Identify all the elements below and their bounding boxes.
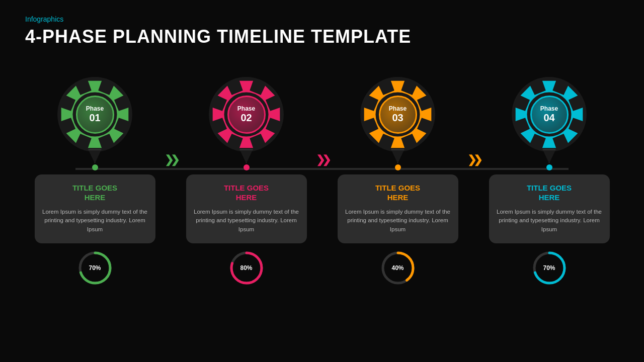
card-body-04: Lorem Ipsum is simply dummy text of the … [496, 208, 603, 234]
info-card-01: TITLE GOESHERELorem Ipsum is simply dumm… [35, 174, 155, 243]
phase-badge-01: Phase 01 [76, 96, 114, 134]
info-card-04: TITLE GOESHERELorem Ipsum is simply dumm… [489, 174, 610, 243]
phase-label: Phase [86, 105, 104, 112]
card-body-02: Lorem Ipsum is simply dummy text of the … [193, 208, 300, 234]
arrow-0: ❯❯ [165, 75, 177, 166]
card-body-01: Lorem Ipsum is simply dummy text of the … [42, 208, 148, 234]
card-title-04: TITLE GOESHERE [496, 184, 603, 203]
phase-label: Phase [237, 105, 255, 112]
progress-text-02: 80% [240, 264, 252, 272]
phase-number: 01 [89, 112, 100, 124]
header: Infographics 4-Phase Planning Timeline T… [25, 15, 411, 47]
gear-04: Phase 04 [510, 75, 588, 153]
progress-02: 80% [229, 250, 264, 286]
progress-text-03: 40% [391, 264, 404, 272]
phase-column-01: Phase 01TITLE GOESHERELorem Ipsum is sim… [25, 75, 165, 286]
card-title-02: TITLE GOESHERE [193, 184, 300, 203]
phase-label: Phase [540, 105, 558, 112]
phase-number: 03 [392, 112, 403, 124]
progress-text-04: 70% [543, 264, 555, 272]
phase-badge-03: Phase 03 [379, 96, 417, 134]
phase-badge-02: Phase 02 [227, 96, 266, 134]
card-body-03: Lorem Ipsum is simply dummy text of the … [345, 208, 451, 234]
main-title: 4-Phase Planning Timeline Template [25, 26, 411, 47]
phase-number: 02 [240, 112, 252, 124]
gear-02: Phase 02 [207, 75, 285, 153]
phase-column-02: Phase 02TITLE GOESHERELorem Ipsum is sim… [177, 75, 316, 286]
card-title-01: TITLE GOESHERE [42, 184, 148, 203]
info-card-02: TITLE GOESHERELorem Ipsum is simply dumm… [186, 174, 307, 243]
arrow-2: ❯❯ [467, 75, 479, 166]
progress-04: 70% [532, 250, 567, 286]
progress-03: 40% [380, 250, 416, 286]
phase-badge-04: Phase 04 [530, 96, 569, 134]
gear-03: Phase 03 [359, 75, 437, 153]
progress-01: 70% [77, 250, 113, 286]
progress-text-01: 70% [89, 264, 101, 272]
gear-01: Phase 01 [56, 75, 134, 153]
phase-number: 04 [543, 112, 554, 124]
arrow-1: ❯❯ [316, 75, 328, 166]
phase-column-04: Phase 04TITLE GOESHERELorem Ipsum is sim… [479, 75, 619, 286]
phase-label: Phase [389, 105, 407, 112]
card-title-03: TITLE GOESHERE [345, 184, 451, 203]
phase-column-03: Phase 03TITLE GOESHERELorem Ipsum is sim… [328, 75, 467, 286]
info-card-03: TITLE GOESHERELorem Ipsum is simply dumm… [338, 174, 458, 243]
infographics-label: Infographics [25, 15, 411, 23]
